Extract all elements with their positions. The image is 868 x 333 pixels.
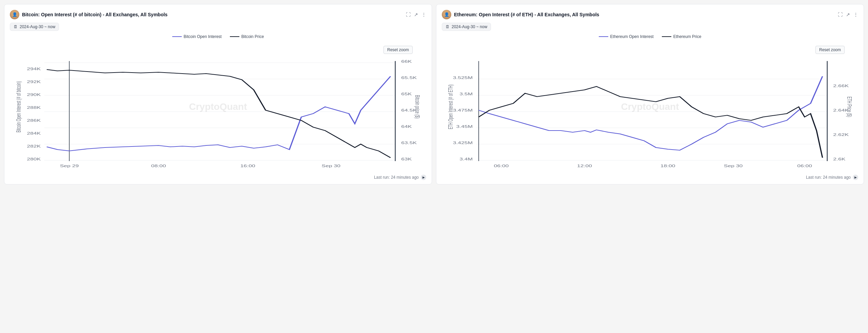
bitcoin-oi-line: [47, 76, 391, 151]
ethereum-chart-area: Reset zoom CryptoQuant ETH Open Interest…: [442, 42, 858, 171]
eth-calendar-icon: 🗓: [446, 24, 450, 29]
svg-text:3.425M: 3.425M: [453, 141, 473, 145]
svg-text:65.5K: 65.5K: [401, 76, 417, 80]
svg-text:294K: 294K: [27, 67, 41, 71]
ethereum-date-badge[interactable]: 🗓 2024-Aug-30 ~ now: [442, 23, 858, 31]
svg-text:63.5K: 63.5K: [401, 141, 417, 145]
svg-text:292K: 292K: [27, 80, 41, 84]
bitcoin-chart-area: Reset zoom CryptoQuant Bitcoin Open Inte…: [10, 42, 426, 171]
svg-text:18:00: 18:00: [660, 164, 675, 168]
ethereum-header-icons: ⛶ ↗ ⋮: [838, 12, 858, 17]
eth-more-icon[interactable]: ⋮: [853, 12, 858, 17]
eth-external-link-icon[interactable]: ↗: [846, 12, 850, 17]
bitcoin-oi-legend-item: Bitcoin Open Interest: [172, 34, 222, 39]
ethereum-play-button[interactable]: ▶: [853, 175, 858, 180]
svg-text:16:00: 16:00: [240, 164, 255, 168]
ethereum-oi-legend-line: [599, 36, 608, 37]
svg-text:284K: 284K: [27, 132, 41, 135]
svg-text:282K: 282K: [27, 144, 41, 148]
svg-text:12:00: 12:00: [577, 164, 592, 168]
ethereum-price-line: [479, 86, 823, 158]
svg-text:2.64K: 2.64K: [833, 109, 849, 112]
svg-text:Sep 30: Sep 30: [322, 164, 341, 168]
svg-text:2.66K: 2.66K: [833, 84, 849, 88]
bitcoin-price-line: [47, 70, 391, 158]
ethereum-chart-svg: ETH Open Interest (# of ETH) ETH Price (…: [442, 42, 858, 171]
svg-text:280K: 280K: [27, 157, 41, 161]
bitcoin-title-group: 👤 Bitcoin: Open Interest (# of bitcoin) …: [10, 10, 167, 19]
ethereum-panel-header: 👤 Ethereum: Open Interest (# of ETH) - A…: [442, 10, 858, 19]
ethereum-oi-line: [479, 76, 823, 150]
eth-avatar: 👤: [442, 10, 451, 19]
svg-text:64K: 64K: [401, 125, 412, 129]
svg-text:3.4M: 3.4M: [459, 157, 473, 161]
ethereum-legend: Ethereum Open Interest Ethereum Price: [442, 34, 858, 39]
svg-text:64.5K: 64.5K: [401, 109, 417, 112]
ethereum-panel: 👤 Ethereum: Open Interest (# of ETH) - A…: [436, 4, 864, 184]
svg-text:2.62K: 2.62K: [833, 133, 849, 137]
ethereum-price-legend-label: Ethereum Price: [673, 34, 702, 39]
svg-text:3.525M: 3.525M: [453, 76, 473, 80]
more-icon[interactable]: ⋮: [421, 12, 426, 17]
svg-text:66K: 66K: [401, 60, 412, 63]
svg-text:3.45M: 3.45M: [456, 125, 473, 129]
ethereum-reset-zoom-button[interactable]: Reset zoom: [815, 46, 845, 54]
ethereum-footer: Last run: 24 minutes ago ▶: [442, 175, 858, 180]
bitcoin-panel: 👤 Bitcoin: Open Interest (# of bitcoin) …: [4, 4, 432, 184]
bitcoin-header-icons: ⛶ ↗ ⋮: [406, 12, 426, 17]
svg-text:3.475M: 3.475M: [453, 109, 473, 112]
expand-icon[interactable]: ⛶: [406, 12, 411, 17]
svg-text:Sep 29: Sep 29: [60, 164, 79, 168]
bitcoin-reset-zoom-button[interactable]: Reset zoom: [383, 46, 413, 54]
bitcoin-play-button[interactable]: ▶: [421, 175, 426, 180]
svg-text:ETH Price ($): ETH Price ($): [846, 97, 853, 117]
bitcoin-price-legend-line: [230, 36, 239, 37]
ethereum-oi-legend-item: Ethereum Open Interest: [599, 34, 654, 39]
bitcoin-price-legend-label: Bitcoin Price: [241, 34, 264, 39]
svg-text:Bitcoin price ($): Bitcoin price ($): [414, 95, 421, 118]
ethereum-price-legend-item: Ethereum Price: [662, 34, 702, 39]
eth-expand-icon[interactable]: ⛶: [838, 12, 843, 17]
svg-text:3.5M: 3.5M: [459, 92, 473, 96]
svg-text:290K: 290K: [27, 93, 41, 97]
bitcoin-date-badge[interactable]: 🗓 2024-Aug-30 ~ now: [10, 23, 426, 31]
bitcoin-price-legend-item: Bitcoin Price: [230, 34, 264, 39]
svg-text:06:00: 06:00: [494, 164, 509, 168]
svg-text:Bitcoin Open Interest (# of bi: Bitcoin Open Interest (# of bitcoin): [15, 81, 22, 132]
external-link-icon[interactable]: ↗: [414, 12, 418, 17]
svg-text:08:00: 08:00: [151, 164, 166, 168]
bitcoin-oi-legend-line: [172, 36, 182, 37]
svg-text:286K: 286K: [27, 119, 41, 122]
svg-text:2.6K: 2.6K: [833, 157, 846, 161]
avatar: 👤: [10, 10, 19, 19]
ethereum-panel-title: Ethereum: Open Interest (# of ETH) - All…: [454, 12, 599, 17]
svg-text:63K: 63K: [401, 157, 412, 161]
svg-text:288K: 288K: [27, 106, 41, 110]
svg-text:06:00: 06:00: [797, 164, 812, 168]
bitcoin-footer: Last run: 24 minutes ago ▶: [10, 175, 426, 180]
bitcoin-chart-svg: Bitcoin Open Interest (# of bitcoin) Bit…: [10, 42, 426, 171]
bitcoin-panel-header: 👤 Bitcoin: Open Interest (# of bitcoin) …: [10, 10, 426, 19]
svg-text:65K: 65K: [401, 92, 412, 96]
ethereum-last-run: Last run: 24 minutes ago: [806, 175, 851, 180]
svg-text:ETH Open Interest (# of ETH): ETH Open Interest (# of ETH): [447, 84, 454, 129]
ethereum-oi-legend-label: Ethereum Open Interest: [610, 34, 654, 39]
ethereum-price-legend-line: [662, 36, 671, 37]
bitcoin-last-run: Last run: 24 minutes ago: [374, 175, 419, 180]
bitcoin-panel-title: Bitcoin: Open Interest (# of bitcoin) - …: [22, 12, 167, 17]
calendar-icon: 🗓: [14, 24, 18, 29]
bitcoin-legend: Bitcoin Open Interest Bitcoin Price: [10, 34, 426, 39]
bitcoin-oi-legend-label: Bitcoin Open Interest: [184, 34, 222, 39]
ethereum-title-group: 👤 Ethereum: Open Interest (# of ETH) - A…: [442, 10, 599, 19]
svg-text:Sep 30: Sep 30: [724, 164, 743, 168]
